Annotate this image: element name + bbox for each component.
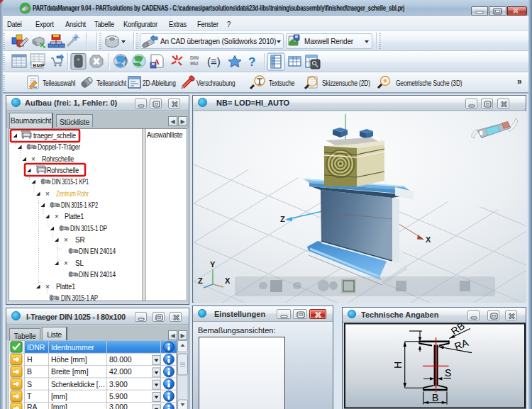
svg-text:Platte1: Platte1 <box>65 213 84 220</box>
svg-text:traeger_schelle: traeger_schelle <box>33 132 77 140</box>
svg-text:80.000: 80.000 <box>109 355 132 364</box>
svg-text:Breite [mm]: Breite [mm] <box>51 367 89 376</box>
svg-text:Identnummer: Identnummer <box>51 343 94 352</box>
svg-text:(≡): (≡) <box>207 55 221 67</box>
svg-text:Z: Z <box>198 276 203 285</box>
svg-text:IDNR: IDNR <box>27 343 45 352</box>
svg-text:Platte1: Platte1 <box>56 283 76 291</box>
svg-text:42.000: 42.000 <box>109 367 132 376</box>
svg-text:[mm]: [mm] <box>51 403 67 409</box>
svg-text:T: T <box>27 392 32 400</box>
svg-text:5.900: 5.900 <box>109 392 128 400</box>
svg-text:Höhe [mm]: Höhe [mm] <box>51 355 87 364</box>
svg-text:Rohrschelle: Rohrschelle <box>47 167 79 174</box>
svg-text:DIN: DIN <box>190 55 199 60</box>
svg-text:962: 962 <box>190 61 199 66</box>
svg-text:Zentrum Rohr: Zentrum Rohr <box>56 190 89 198</box>
svg-text:?: ? <box>248 55 255 69</box>
svg-text:×: × <box>31 155 35 163</box>
svg-text:×: × <box>45 190 50 198</box>
svg-text:DIN 3015-1 KP1: DIN 3015-1 KP1 <box>52 178 89 186</box>
svg-text:RA: RA <box>27 403 37 409</box>
svg-text:×: × <box>45 283 50 291</box>
svg-text:[mm]: [mm] <box>51 392 67 400</box>
svg-text:Schenkeldicke […: Schenkeldicke [… <box>51 380 105 388</box>
svg-text:DIN EN 24014: DIN EN 24014 <box>79 247 116 255</box>
svg-text:X: X <box>426 235 431 244</box>
svg-text:SL: SL <box>75 259 84 267</box>
svg-text:×: × <box>64 236 68 244</box>
svg-text:×: × <box>64 259 68 267</box>
svg-text:SR: SR <box>75 236 85 244</box>
svg-text:3.900: 3.900 <box>109 380 128 388</box>
svg-text:Rohrschelle: Rohrschelle <box>42 155 74 163</box>
svg-text:H: H <box>27 355 32 364</box>
svg-text:×: × <box>55 213 59 220</box>
svg-text:B: B <box>432 392 438 403</box>
svg-text:DIN 3015-1 DP: DIN 3015-1 DP <box>70 225 107 232</box>
svg-text:X: X <box>225 276 231 285</box>
svg-text:S: S <box>445 367 451 379</box>
svg-text:Y: Y <box>210 260 216 269</box>
svg-text:DIN 3015-1 KP2: DIN 3015-1 KP2 <box>61 201 98 209</box>
svg-text:B: B <box>27 367 32 376</box>
svg-text:BMP: BMP <box>33 62 45 69</box>
svg-text:S: S <box>27 380 32 388</box>
svg-text:DIN 3015-1 AP: DIN 3015-1 AP <box>61 294 98 301</box>
svg-text:H: H <box>392 362 404 369</box>
svg-text:Z: Z <box>280 215 285 223</box>
svg-text:DIN EN 24014: DIN EN 24014 <box>79 271 116 279</box>
svg-text:Doppel-T-Träger: Doppel-T-Träger <box>38 143 81 151</box>
svg-text:3.000: 3.000 <box>109 403 128 409</box>
